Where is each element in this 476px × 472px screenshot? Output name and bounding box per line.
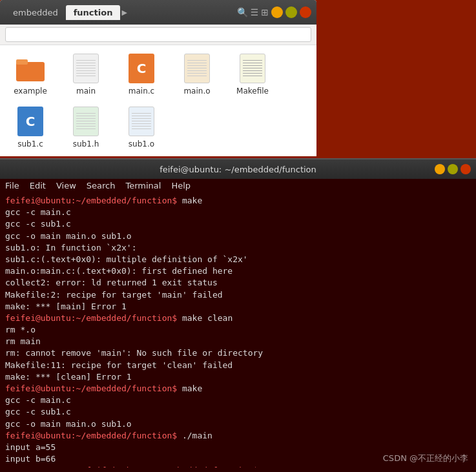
terminal-line: rm: cannot remove 'main': No such file o… [5, 347, 471, 359]
terminal-line: Makefile:11: recipe for target 'clean' f… [5, 360, 471, 371]
item-label: main.c [129, 87, 154, 96]
terminal-line: 55-66=-11.000000feifei@ubuntu:~/embedded… [5, 465, 471, 467]
item-label: sub1.o [129, 139, 154, 149]
item-label: sub1.h [73, 139, 99, 149]
terminal-line: feifei@ubuntu:~/embedded/function$ make [5, 383, 471, 395]
menu-view[interactable]: View [56, 181, 76, 190]
terminal-line: rm main [5, 336, 471, 347]
terminal-maximize-button[interactable] [448, 164, 458, 174]
terminal-body[interactable]: feifei@ubuntu:~/embedded/function$ make … [0, 192, 476, 467]
menu-search[interactable]: Search [87, 181, 116, 190]
header-file-icon [70, 106, 101, 137]
c-sub1-file-icon: C [15, 106, 46, 137]
list-item[interactable]: C sub1.c [8, 106, 53, 149]
folder-icon [15, 53, 46, 84]
obj2-file-icon [126, 106, 157, 137]
file-manager: embedded function ▶ 🔍 ☰ ⊞ example [0, 0, 316, 156]
c-file-icon: C [126, 53, 157, 84]
menu-terminal[interactable]: Terminal [125, 181, 161, 190]
terminal-line: make: *** [clean] Error 1 [5, 371, 471, 383]
makefile-icon [237, 53, 268, 84]
list-item[interactable]: example [8, 53, 53, 96]
tab-embedded[interactable]: embedded [5, 5, 66, 20]
terminal-line: collect2: error: ld returned 1 exit stat… [5, 277, 471, 289]
minimize-button[interactable] [271, 6, 283, 18]
window-controls: 🔍 ☰ ⊞ [237, 6, 311, 18]
terminal-line: rm *.o [5, 324, 471, 336]
terminal-title: feifei@ubuntu: ~/embedded/function [160, 165, 316, 174]
tab-function[interactable]: function [66, 5, 121, 20]
terminal-line: gcc -c main.c [5, 395, 471, 406]
terminal-line: gcc -o main main.o sub1.o [5, 231, 471, 242]
search-input[interactable] [5, 27, 311, 42]
text-file-icon [70, 53, 101, 84]
terminal-window: feifei@ubuntu: ~/embedded/function File … [0, 158, 476, 472]
list-item[interactable]: sub1.o [119, 106, 164, 149]
terminal-line: feifei@ubuntu:~/embedded/function$ make [5, 195, 471, 207]
menu-edit[interactable]: Edit [30, 181, 46, 190]
terminal-line: gcc -c sub1.c [5, 218, 471, 230]
terminal-line: Makefile:2: recipe for target 'main' fai… [5, 289, 471, 301]
list-item[interactable]: C main.c [119, 53, 164, 96]
item-label: example [14, 87, 47, 96]
terminal-menubar: File Edit View Search Terminal Help [0, 179, 476, 192]
terminal-line: feifei@ubuntu:~/embedded/function$ make … [5, 313, 471, 324]
terminal-line: gcc -o main main.o sub1.o [5, 418, 471, 430]
grid-toolbar-icon[interactable]: ⊞ [261, 7, 269, 17]
terminal-line: input a=55 [5, 442, 471, 453]
menu-help[interactable]: Help [171, 181, 191, 190]
list-toolbar-icon[interactable]: ☰ [251, 7, 259, 17]
search-bar [0, 25, 316, 45]
watermark: CSDN @不正经的小李 [383, 453, 468, 464]
list-item[interactable]: Makefile [230, 53, 275, 96]
item-label: main [76, 87, 96, 96]
item-label: sub1.c [17, 139, 43, 149]
close-button[interactable] [300, 6, 311, 18]
list-item[interactable]: sub1.h [63, 106, 109, 149]
svg-rect-1 [16, 59, 28, 65]
search-toolbar-icon[interactable]: 🔍 [237, 7, 248, 17]
terminal-line: sub1.o: In function `x2x': [5, 242, 471, 254]
terminal-controls [435, 164, 471, 174]
terminal-line: gcc -c main.c [5, 207, 471, 218]
terminal-line: feifei@ubuntu:~/embedded/function$ ./mai… [5, 430, 471, 442]
terminal-titlebar: feifei@ubuntu: ~/embedded/function [0, 159, 476, 179]
terminal-line: main.o:main.c:(.text+0x0): first defined… [5, 265, 471, 277]
list-item[interactable]: main.o [174, 53, 220, 96]
obj-file-icon [181, 53, 212, 84]
menu-file[interactable]: File [5, 181, 19, 190]
terminal-line: sub1.c:(.text+0x0): multiple definition … [5, 254, 471, 265]
maximize-button[interactable] [285, 6, 297, 18]
list-item[interactable]: main [63, 53, 109, 96]
svg-rect-0 [16, 62, 45, 81]
tab-arrow-icon: ▶ [121, 8, 127, 17]
file-grid: example main C main.c main.o [0, 45, 316, 156]
item-label: main.o [183, 87, 210, 96]
terminal-minimize-button[interactable] [435, 164, 445, 174]
terminal-close-button[interactable] [460, 164, 471, 174]
item-label: Makefile [236, 87, 269, 96]
terminal-line: gcc -c sub1.c [5, 406, 471, 418]
terminal-line: make: *** [main] Error 1 [5, 301, 471, 313]
fm-titlebar: embedded function ▶ 🔍 ☰ ⊞ [0, 0, 316, 25]
